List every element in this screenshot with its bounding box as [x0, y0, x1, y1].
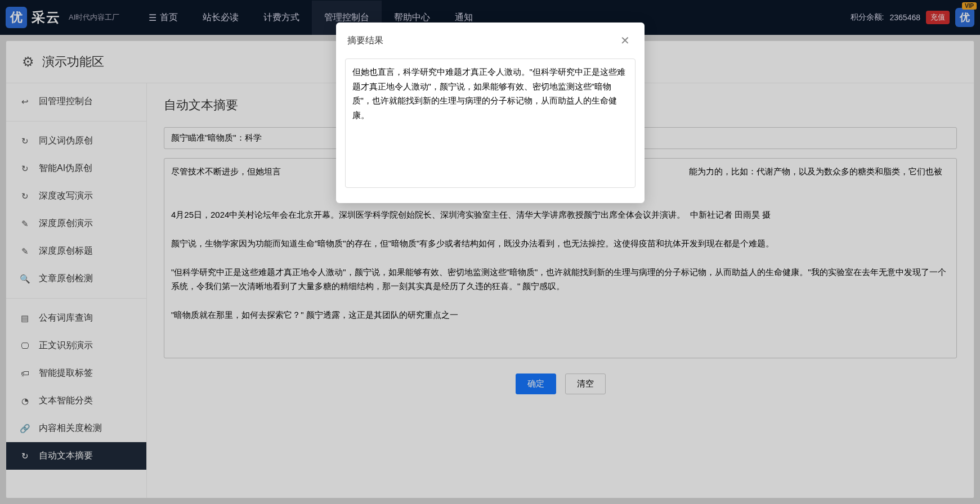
summary-result-textarea[interactable] — [345, 58, 636, 188]
modal-header: 摘要结果 ✕ — [336, 22, 645, 58]
close-icon[interactable]: ✕ — [617, 33, 633, 48]
summary-modal: 摘要结果 ✕ — [336, 22, 645, 203]
modal-title: 摘要结果 — [347, 35, 383, 47]
modal-body — [336, 58, 645, 203]
